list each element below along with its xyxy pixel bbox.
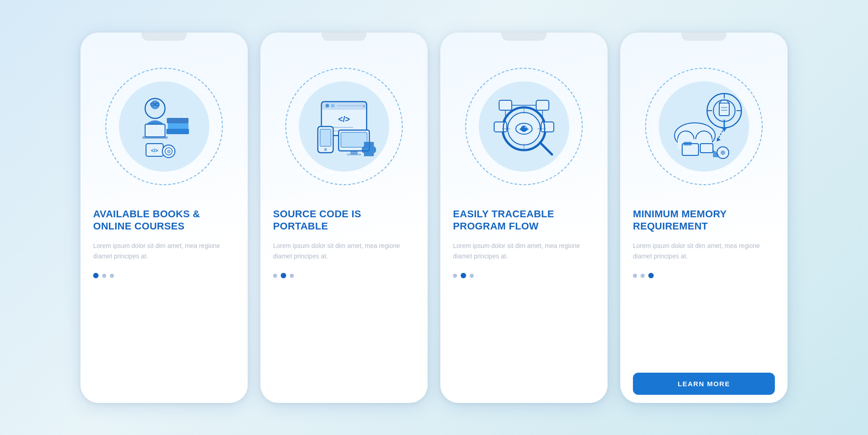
learn-more-button[interactable]: LEARN MORE	[633, 373, 775, 395]
illustration-area-1: </> ⚙	[80, 45, 248, 208]
card-title-3: EASILY TRACEABLE PROGRAM FLOW	[453, 208, 595, 233]
dot-inactive	[641, 274, 645, 278]
pagination-dots-3	[453, 273, 474, 278]
svg-marker-70	[717, 137, 721, 141]
svg-point-74	[721, 150, 725, 155]
card-title-4: MINIMUM MEMORY REQUIREMENT	[633, 208, 775, 233]
svg-rect-7	[166, 129, 189, 134]
dot-inactive	[102, 274, 106, 278]
illustration-area-3: </>	[440, 45, 608, 208]
svg-text:⚙: ⚙	[167, 149, 171, 154]
svg-rect-67	[684, 142, 692, 145]
dot-active	[93, 273, 99, 278]
dot-active	[648, 273, 654, 278]
card-description-1: Lorem ipsum dolor sit dim amet, mea regi…	[93, 241, 235, 262]
card-title-1: AVAILABLE BOOKS & ONLINE COURSES	[93, 208, 235, 233]
svg-point-19	[326, 104, 329, 108]
card-description-2: Lorem ipsum dolor sit dim amet, mea regi…	[273, 241, 415, 262]
cards-container: </> ⚙ AVAILABLE BOOKS & ONLINE COURSES L…	[62, 14, 806, 421]
card-description-3: Lorem ipsum dolor sit dim amet, mea regi…	[453, 241, 595, 262]
card-content-4: MINIMUM MEMORY REQUIREMENT Lorem ipsum d…	[620, 208, 788, 403]
dot-inactive	[110, 274, 114, 278]
svg-text:</>: </>	[338, 115, 350, 124]
pagination-dots-2	[273, 273, 294, 278]
svg-point-20	[331, 104, 335, 108]
card-title-2: SOURCE CODE IS PORTABLE	[273, 208, 415, 233]
phone-notch-2	[321, 33, 367, 41]
svg-line-35	[541, 144, 552, 154]
svg-rect-39	[499, 100, 512, 110]
dot-inactive	[290, 274, 294, 278]
svg-rect-42	[541, 122, 554, 132]
phone-notch-3	[501, 33, 547, 41]
dot-inactive	[273, 274, 277, 278]
phone-card-2: ✕ </> SOURCE CODE IS PORTABLE Lorem i	[260, 33, 428, 403]
svg-text:</>: </>	[151, 148, 158, 153]
svg-rect-32	[347, 154, 361, 155]
card-content-1: AVAILABLE BOOKS & ONLINE COURSES Lorem i…	[80, 208, 248, 403]
dot-inactive	[633, 274, 637, 278]
dot-active	[281, 273, 286, 278]
svg-rect-6	[142, 136, 168, 139]
svg-point-1	[151, 100, 160, 109]
dot-inactive	[453, 274, 457, 278]
svg-text:✕: ✕	[362, 104, 366, 108]
illustration-area-2: ✕ </>	[260, 45, 428, 208]
svg-rect-9	[167, 118, 189, 123]
card-description-4: Lorem ipsum dolor sit dim amet, mea regi…	[633, 241, 775, 262]
dot-active	[461, 273, 466, 278]
books-courses-icon: </> ⚙	[114, 77, 214, 176]
pagination-dots-4	[633, 273, 654, 278]
phone-notch-1	[142, 33, 187, 41]
traceable-program-flow-icon: </>	[474, 77, 574, 176]
svg-rect-40	[536, 100, 549, 110]
svg-marker-11	[183, 115, 186, 118]
phone-card-1: </> ⚙ AVAILABLE BOOKS & ONLINE COURSES L…	[80, 33, 248, 403]
svg-rect-68	[700, 144, 713, 153]
source-code-portable-icon: ✕ </>	[294, 77, 394, 176]
svg-text:</>: </>	[519, 126, 528, 133]
svg-rect-8	[168, 123, 189, 129]
svg-rect-30	[341, 132, 367, 147]
pagination-dots-1	[93, 273, 114, 278]
phone-notch-4	[681, 33, 726, 41]
card-content-2: SOURCE CODE IS PORTABLE Lorem ipsum dolo…	[260, 208, 428, 403]
illustration-area-4	[620, 45, 788, 208]
svg-point-28	[324, 148, 327, 151]
svg-rect-5	[145, 124, 165, 137]
svg-rect-58	[719, 103, 729, 116]
dot-inactive	[470, 274, 474, 278]
svg-marker-10	[178, 115, 180, 118]
svg-rect-27	[320, 129, 331, 146]
phone-card-3: </> EASILY TRACEABLE PROGRAM FLOW Lorem …	[440, 33, 608, 403]
phone-card-4: MINIMUM MEMORY REQUIREMENT Lorem ipsum d…	[620, 33, 788, 403]
card-content-3: EASILY TRACEABLE PROGRAM FLOW Lorem ipsu…	[440, 208, 608, 403]
svg-rect-41	[494, 122, 507, 132]
minimum-memory-icon	[654, 77, 754, 176]
